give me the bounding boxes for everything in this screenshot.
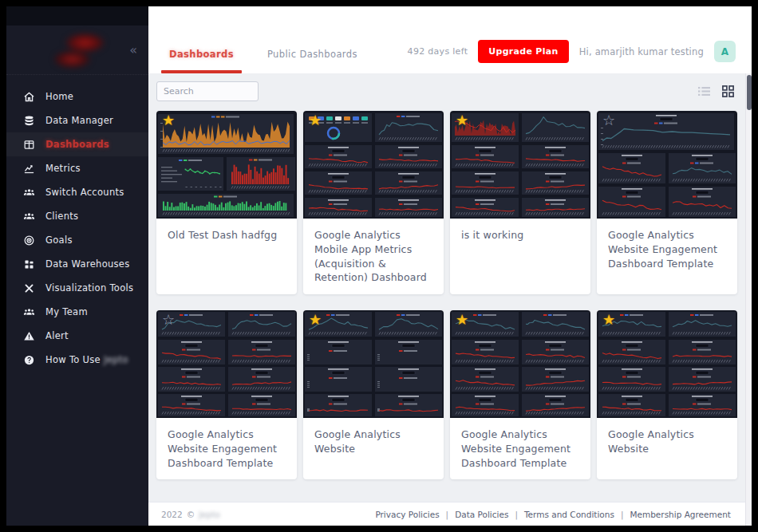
sidebar-item-home[interactable]: Home: [6, 85, 148, 108]
sidebar-item-switch-accounts[interactable]: Switch Accounts: [6, 180, 148, 204]
dashboard-thumbnail: ★: [597, 310, 737, 418]
search-input[interactable]: [156, 81, 259, 101]
dashboard-thumbnail: ☆: [597, 111, 737, 219]
sidebar-nav: Home Data Manager Dashboards Metrics Swi…: [6, 85, 148, 372]
footer-link-separator: |: [621, 510, 624, 519]
dashboard-card[interactable]: ★ Google Analytics Website Engagement Da…: [450, 310, 590, 479]
dashboard-card[interactable]: ★ is it working: [450, 111, 590, 294]
dashboard-card-title: Google Analytics Website Engagement Dash…: [450, 418, 590, 479]
dashboard-card-title: Google Analytics Website Engagement Dash…: [156, 418, 297, 479]
sidebar-item-metrics[interactable]: Metrics: [6, 156, 148, 180]
tab-bar: DashboardsPublic Dashboards: [168, 37, 359, 73]
favorite-star-icon[interactable]: ★: [456, 313, 468, 327]
sidebar-item-label: Clients: [45, 211, 78, 222]
sidebar-item-my-team[interactable]: My Team: [6, 300, 148, 324]
tab-dashboards[interactable]: Dashboards: [168, 37, 235, 73]
sidebar-item-label: My Team: [45, 306, 88, 317]
dashboard-card[interactable]: ☆ Google Analytics Website Engagement Da…: [597, 111, 737, 294]
tab-public-dashboards[interactable]: Public Dashboards: [266, 37, 359, 73]
footer-link-terms-and-conditions[interactable]: Terms and Conditions: [524, 510, 614, 519]
dashboard-card-title: Google Analytics Website Engagement Dash…: [597, 219, 737, 280]
people-icon: [23, 211, 35, 223]
favorite-star-icon[interactable]: ★: [602, 313, 615, 327]
sidebar-item-label: Goals: [45, 234, 73, 246]
alert-icon: [23, 330, 35, 342]
days-left-label: 492 days left: [408, 46, 468, 57]
logo-row: «: [6, 26, 148, 75]
sidebar-item-how-to-use[interactable]: How To Use Jepto: [6, 348, 148, 372]
dashboard-card[interactable]: ☆ Google Analytics Website Engagement Da…: [156, 310, 297, 479]
user-greeting: Hi, amarjith kumar testing: [579, 46, 704, 57]
dashboard-card-title: Old Test Dash hadfgg: [156, 219, 297, 270]
dashboard-thumbnail: ★: [450, 111, 590, 219]
avatar[interactable]: A: [714, 41, 736, 62]
list-view-icon[interactable]: [698, 87, 710, 96]
sidebar-item-goals[interactable]: Goals: [6, 228, 148, 252]
sidebar: « Home Data Manager Dashboards Metrics S…: [6, 6, 148, 526]
favorite-star-icon[interactable]: ★: [456, 113, 468, 128]
upgrade-plan-button[interactable]: Upgrade Plan: [478, 40, 568, 63]
people-icon: [23, 187, 35, 199]
dashboard-thumbnail: ★: [303, 111, 444, 219]
sidebar-item-data-warehouses[interactable]: Data Warehouses: [6, 252, 148, 276]
sidebar-collapse-icon[interactable]: «: [129, 44, 137, 57]
dashboard-card-title: Google Analytics Mobile App Metrics (Acq…: [303, 219, 444, 294]
sidebar-item-alert[interactable]: Alert: [6, 324, 148, 348]
sidebar-item-label: Switch Accounts: [45, 187, 124, 198]
header-right: 492 days left Upgrade Plan Hi, amarjith …: [408, 40, 736, 73]
footer-year: 2022: [161, 510, 183, 519]
sidebar-item-label: Dashboards: [45, 139, 109, 150]
dashboard-card-title: Google Analytics Website: [303, 418, 444, 470]
main-area: DashboardsPublic Dashboards 492 days lef…: [148, 6, 752, 526]
content: ★ Old Test Dash hadfgg ★ Google Analytic…: [148, 73, 752, 502]
dashboard-card-title: Google Analytics Website: [597, 418, 737, 470]
footer: 2022 © Jepto Privacy Policies|Data Polic…: [148, 502, 752, 526]
footer-link-membership-agreement[interactable]: Membership Agreement: [630, 510, 731, 519]
dashboard-card[interactable]: ★ Google Analytics Website: [597, 310, 737, 479]
dashboard-thumbnail: ☆: [156, 310, 297, 418]
footer-link-privacy-policies[interactable]: Privacy Policies: [375, 510, 439, 519]
sidebar-item-label: Metrics: [45, 163, 81, 174]
app-window: « Home Data Manager Dashboards Metrics S…: [0, 0, 758, 532]
favorite-star-icon[interactable]: ★: [309, 313, 322, 327]
view-toggle: [698, 85, 734, 97]
sidebar-item-label: Home: [45, 91, 73, 102]
footer-link-data-policies[interactable]: Data Policies: [455, 510, 508, 519]
sidebar-item-label: Data Warehouses: [45, 258, 130, 270]
dashboard-icon: [23, 139, 35, 151]
dashboard-card-title: is it working: [450, 219, 590, 270]
dashboard-thumbnail: ★: [450, 310, 590, 418]
sidebar-item-dashboards[interactable]: Dashboards: [6, 132, 148, 156]
footer-brand: Jepto: [199, 510, 220, 519]
sidebar-item-label: Alert: [45, 330, 69, 341]
scrollbar-track[interactable]: [745, 73, 752, 526]
tab-label: Public Dashboards: [267, 49, 357, 60]
sidebar-item-clients[interactable]: Clients: [6, 204, 148, 228]
target-icon: [23, 234, 35, 246]
warehouse-icon: [23, 258, 35, 270]
sidebar-item-label: How To Use Jepto: [45, 354, 128, 365]
blurred-brand-text: Jepto: [104, 354, 128, 365]
dashboard-card[interactable]: ★ Google Analytics Mobile App Metrics (A…: [303, 111, 444, 294]
dashboard-thumbnail: ★: [303, 310, 444, 418]
copyright-icon: ©: [187, 510, 195, 519]
favorite-star-icon[interactable]: ☆: [162, 313, 175, 327]
app-logo: [48, 30, 112, 71]
dashboard-card[interactable]: ★ Google Analytics Website: [303, 310, 444, 479]
dashboard-thumbnail: ★: [156, 111, 297, 219]
sidebar-item-visualization-tools[interactable]: Visualization Tools: [6, 276, 148, 300]
sidebar-item-data-manager[interactable]: Data Manager: [6, 108, 148, 132]
tab-label: Dashboards: [169, 49, 234, 60]
dashboard-card[interactable]: ★ Old Test Dash hadfgg: [156, 111, 297, 294]
scrollbar-thumb[interactable]: [747, 75, 752, 110]
toolbar: [156, 81, 737, 101]
dashboard-grid: ★ Old Test Dash hadfgg ★ Google Analytic…: [156, 111, 737, 479]
favorite-star-icon[interactable]: ★: [162, 113, 175, 128]
grid-view-icon[interactable]: [722, 85, 734, 97]
sidebar-item-label: Visualization Tools: [45, 282, 133, 294]
favorite-star-icon[interactable]: ★: [309, 113, 322, 128]
footer-link-separator: |: [515, 510, 518, 519]
favorite-star-icon[interactable]: ☆: [602, 113, 615, 128]
tools-icon: [23, 282, 35, 294]
header: DashboardsPublic Dashboards 492 days lef…: [148, 6, 752, 73]
